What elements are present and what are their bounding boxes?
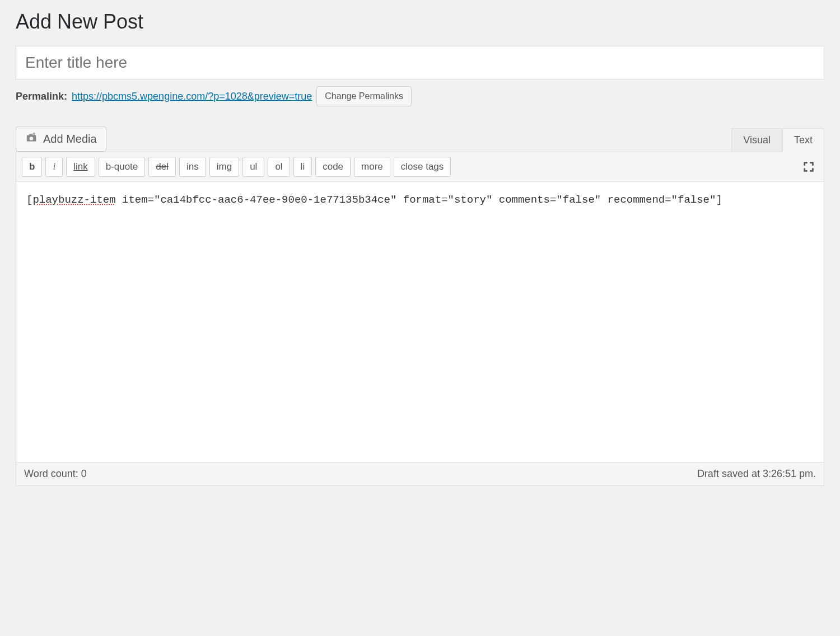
qt-close-tags-button[interactable]: close tags: [394, 157, 451, 177]
qt-code-button[interactable]: code: [315, 157, 351, 177]
shortcode-bracket: [: [26, 194, 32, 206]
qt-bquote-button[interactable]: b-quote: [99, 157, 146, 177]
post-title-input[interactable]: [16, 46, 824, 80]
fullscreen-toggle-icon[interactable]: [799, 158, 818, 175]
add-media-label: Add Media: [43, 133, 97, 146]
spellcheck-underline: playbuzz-item: [32, 194, 115, 206]
permalink-url-link[interactable]: https://pbcms5.wpengine.com/?p=1028&prev…: [72, 91, 312, 102]
change-permalinks-button[interactable]: Change Permalinks: [316, 86, 412, 106]
qt-ul-button[interactable]: ul: [242, 157, 264, 177]
qt-ol-button[interactable]: ol: [268, 157, 290, 177]
content-textarea[interactable]: [playbuzz-item item="ca14bfcc-aac6-47ee-…: [16, 182, 824, 462]
qt-italic-button[interactable]: i: [45, 157, 63, 177]
draft-saved-status: Draft saved at 3:26:51 pm.: [697, 468, 816, 480]
word-count-value: 0: [81, 468, 87, 479]
shortcode-rest: item="ca14bfcc-aac6-47ee-90e0-1e77135b34…: [116, 194, 722, 206]
qt-link-button[interactable]: link: [66, 157, 95, 177]
permalink-row: Permalink: https://pbcms5.wpengine.com/?…: [16, 86, 824, 106]
page-title: Add New Post: [16, 10, 824, 34]
qt-ins-button[interactable]: ins: [179, 157, 206, 177]
qt-more-button[interactable]: more: [354, 157, 390, 177]
add-media-button[interactable]: Add Media: [16, 127, 106, 152]
permalink-label: Permalink:: [16, 91, 67, 102]
editor-status-bar: Word count: 0 Draft saved at 3:26:51 pm.: [16, 462, 824, 485]
qt-del-button[interactable]: del: [148, 157, 176, 177]
qt-bold-button[interactable]: b: [22, 157, 42, 177]
qt-li-button[interactable]: li: [293, 157, 312, 177]
word-count-label: Word count:: [24, 468, 81, 479]
editor-tabs: Visual Text: [731, 128, 824, 152]
tab-visual[interactable]: Visual: [731, 128, 782, 152]
word-count: Word count: 0: [24, 468, 87, 480]
camera-music-icon: [25, 132, 38, 147]
quicktags-toolbar: b i link b-quote del ins img ul ol li co…: [16, 152, 824, 182]
tab-text[interactable]: Text: [782, 128, 824, 152]
qt-img-button[interactable]: img: [209, 157, 239, 177]
editor-container: b i link b-quote del ins img ul ol li co…: [16, 152, 824, 486]
